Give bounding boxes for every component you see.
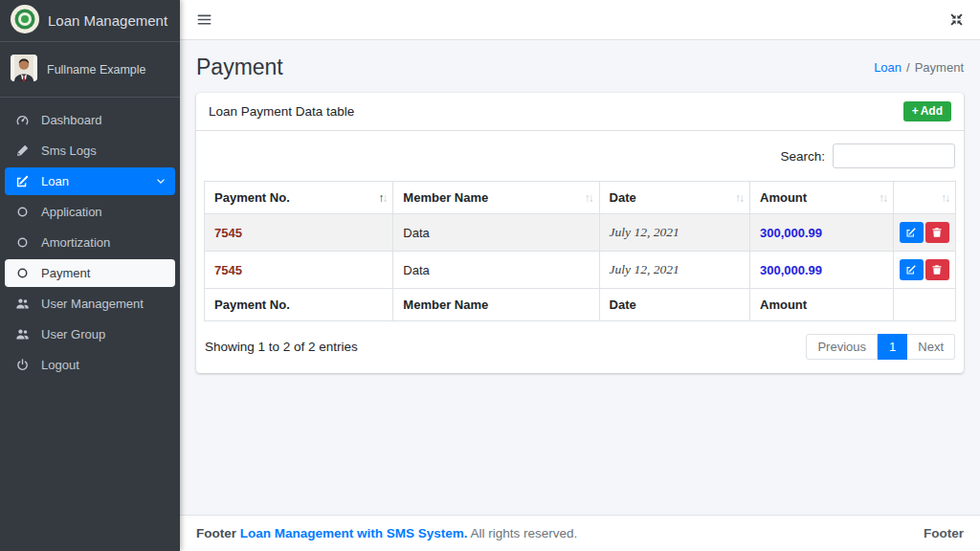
sidebar-item-label: Application	[41, 205, 102, 219]
sort-icon: ↑↓	[879, 191, 886, 205]
sidebar-item-amortization[interactable]: Amortization	[5, 229, 175, 256]
sidebar-item-loan[interactable]: Loan	[5, 167, 175, 195]
sidebar-item-label: Sms Logs	[41, 143, 97, 158]
cell-actions	[893, 252, 955, 289]
footer-left: Footer Loan Management with SMS System. …	[196, 526, 577, 540]
tachometer-icon	[13, 113, 32, 127]
cell-amount: 300,000.99	[750, 214, 894, 252]
sort-icon: ↑↓	[941, 191, 948, 205]
users-icon	[13, 327, 32, 342]
sort-icon: ↑↓	[735, 191, 743, 205]
column-header-member-name[interactable]: Member Name↑↓	[393, 182, 599, 214]
user-avatar	[11, 55, 37, 84]
page-title: Payment	[196, 55, 283, 80]
compress-icon[interactable]	[949, 12, 964, 27]
user-panel[interactable]: Fullname Example	[0, 42, 180, 98]
sidebar-item-label: Dashboard	[41, 113, 102, 127]
table-header-row: Payment No.↑↓ Member Name↑↓ Date↑↓ Amoun…	[205, 182, 956, 214]
cell-payment-no: 7545	[205, 252, 393, 289]
delete-button[interactable]	[925, 222, 949, 243]
payment-card: Loan Payment Data table +Add Search: Pay…	[196, 93, 964, 373]
pagination-page-1-button[interactable]: 1	[878, 334, 907, 360]
footer-header-payment-no: Payment No.	[205, 289, 393, 321]
plus-icon: +	[912, 104, 919, 118]
column-header-date[interactable]: Date↑↓	[599, 182, 749, 214]
breadcrumb-separator: /	[906, 60, 910, 75]
sort-icon: ↑↓	[378, 191, 386, 205]
cell-date: July 12, 2021	[599, 214, 749, 252]
breadcrumb-loan-link[interactable]: Loan	[874, 60, 902, 75]
footer-header-amount: Amount	[750, 289, 894, 321]
app-logo-icon	[11, 5, 39, 36]
cell-actions	[893, 214, 955, 252]
add-button[interactable]: +Add	[903, 101, 951, 121]
hamburger-icon[interactable]	[196, 11, 212, 28]
add-button-label: Add	[921, 104, 943, 118]
content-header: Payment Loan/Payment	[180, 40, 980, 93]
cell-member-name: Data	[393, 214, 599, 252]
sidebar-nav: Dashboard Sms Logs Loan Application Amor…	[0, 98, 180, 390]
sidebar-item-payment[interactable]: Payment	[5, 259, 175, 287]
pagination: Previous 1 Next	[806, 334, 955, 360]
page-footer: Footer Loan Management with SMS System. …	[180, 515, 980, 551]
edit-square-icon	[13, 174, 32, 188]
entries-info: Showing 1 to 2 of 2 entries	[205, 340, 358, 354]
brand-title: Loan Management	[48, 12, 167, 29]
search-input[interactable]	[833, 143, 955, 168]
search-label: Search:	[780, 149, 825, 164]
cell-member-name: Data	[393, 252, 599, 289]
footer-header-date: Date	[599, 289, 749, 321]
card-title: Loan Payment Data table	[209, 104, 354, 119]
main-content: Payment Loan/Payment Loan Payment Data t…	[180, 0, 980, 551]
footer-header-actions	[893, 289, 955, 321]
users-icon	[13, 297, 32, 311]
table-footer-row: Payment No. Member Name Date Amount	[205, 289, 956, 321]
column-header-amount[interactable]: Amount↑↓	[750, 182, 894, 214]
sort-icon: ↑↓	[585, 191, 592, 205]
pagination-previous-button[interactable]: Previous	[806, 334, 878, 360]
cell-payment-no: 7545	[205, 214, 393, 252]
user-fullname: Fullname Example	[47, 63, 146, 77]
chevron-down-icon	[155, 176, 167, 187]
circle-icon	[13, 267, 32, 279]
footer-rights: All rights reserved.	[471, 526, 578, 540]
footer-right: Footer	[924, 526, 964, 540]
pagination-next-button[interactable]: Next	[907, 334, 955, 360]
sidebar-item-label: Amortization	[41, 235, 110, 250]
sidebar-item-label: Logout	[41, 358, 79, 372]
search-row: Search:	[205, 143, 955, 168]
pen-icon	[13, 143, 32, 158]
sidebar: Loan Management Fullname Example Dashboa…	[0, 0, 180, 551]
breadcrumb-current: Payment	[915, 60, 964, 75]
sidebar-item-sms-logs[interactable]: Sms Logs	[5, 137, 175, 165]
column-header-payment-no[interactable]: Payment No.↑↓	[205, 182, 393, 214]
sidebar-item-application[interactable]: Application	[5, 198, 175, 226]
delete-button[interactable]	[925, 259, 949, 280]
column-header-actions[interactable]: ↑↓	[893, 182, 955, 214]
footer-prefix: Footer	[196, 526, 236, 540]
sidebar-item-label: User Group	[41, 327, 105, 342]
sidebar-item-label: User Management	[41, 297, 144, 311]
power-icon	[13, 358, 32, 372]
circle-icon	[13, 236, 32, 249]
card-header: Loan Payment Data table +Add	[196, 93, 964, 131]
edit-button[interactable]	[900, 259, 924, 280]
edit-button[interactable]	[900, 222, 924, 243]
sidebar-item-user-management[interactable]: User Management	[5, 290, 175, 318]
sidebar-item-label: Payment	[41, 266, 90, 280]
table-bottom-bar: Showing 1 to 2 of 2 entries Previous 1 N…	[205, 334, 955, 360]
sidebar-item-logout[interactable]: Logout	[5, 351, 175, 379]
cell-date: July 12, 2021	[599, 252, 749, 289]
footer-header-member-name: Member Name	[393, 289, 599, 321]
footer-app-link[interactable]: Loan Management with SMS System.	[240, 526, 468, 540]
top-navbar	[180, 0, 980, 40]
card-body: Search: Payment No.↑↓ Member Name↑↓ Date…	[196, 131, 964, 373]
payment-table: Payment No.↑↓ Member Name↑↓ Date↑↓ Amoun…	[204, 181, 956, 321]
brand[interactable]: Loan Management	[0, 0, 180, 42]
sidebar-item-dashboard[interactable]: Dashboard	[5, 106, 175, 134]
table-row: 7545 Data July 12, 2021 300,000.99	[205, 252, 956, 289]
cell-amount: 300,000.99	[750, 252, 894, 289]
circle-icon	[13, 206, 32, 218]
sidebar-item-user-group[interactable]: User Group	[5, 320, 175, 348]
sidebar-item-label: Loan	[41, 174, 69, 188]
